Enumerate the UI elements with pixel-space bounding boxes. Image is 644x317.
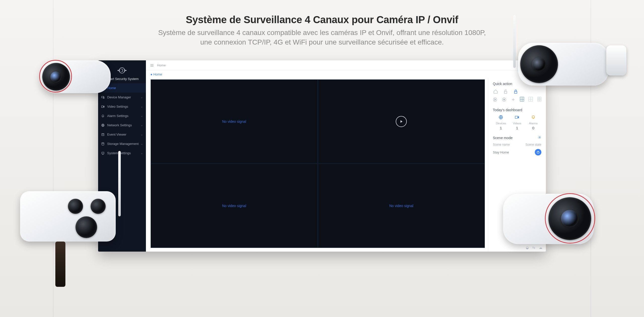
- sidebar-item-label: Network Settings: [107, 123, 132, 127]
- devices-stat-icon: [493, 115, 509, 121]
- record-circle-icon[interactable]: [502, 97, 506, 102]
- sidebar-item-home[interactable]: Home: [98, 83, 146, 93]
- no-signal-label: No video signal: [222, 204, 246, 208]
- storage-icon: [101, 142, 105, 146]
- expand-icon[interactable]: [538, 63, 542, 68]
- video-cell-3[interactable]: No video signal: [151, 164, 318, 248]
- dashboard-card-label: Devices: [493, 122, 509, 125]
- room-wall-line-right: [590, 0, 591, 317]
- quick-action-title: Quick action: [493, 82, 541, 86]
- breadcrumb-home[interactable]: Home: [153, 72, 162, 76]
- dashboard-title: Today's dashboard: [493, 108, 541, 112]
- dashboard-card-value: 1: [509, 126, 525, 130]
- video-cell-1[interactable]: No video signal: [151, 80, 318, 164]
- brand-block: Smart Security System: [98, 60, 146, 83]
- sidebar-item-label: Home: [107, 86, 116, 90]
- video-cell-2[interactable]: [318, 80, 485, 164]
- quick-action-row-1: [493, 89, 541, 94]
- brand-name: Smart Security System: [100, 77, 144, 81]
- app-window: Smart Security System Home Device Manage…: [98, 60, 546, 252]
- subtitle-line-2: une connexion TCP/IP, 4G et WiFi pour un…: [200, 38, 444, 46]
- sidebar-item-storage-management[interactable]: Storage Management ⌄: [98, 139, 146, 148]
- alarm-icon: [101, 114, 105, 118]
- scene-col-state: Scene state: [526, 143, 541, 146]
- disk-icon[interactable]: ◒: [526, 246, 529, 250]
- link-icon[interactable]: ⇆: [532, 246, 535, 250]
- video-cell-4[interactable]: No video signal: [318, 164, 485, 248]
- quick-action-row-2: [493, 97, 541, 102]
- scene-section: Scene mode Scene name Scene state Stay H…: [493, 136, 541, 155]
- scene-title: Scene mode: [493, 136, 541, 140]
- gear-icon[interactable]: [538, 136, 541, 140]
- video-icon: [101, 105, 105, 108]
- video-grid: No video signal No video signal No video…: [150, 79, 485, 248]
- scene-col-name: Scene name: [493, 143, 526, 146]
- svg-point-12: [503, 99, 505, 100]
- dashboard-card-value: 1: [493, 126, 509, 130]
- svg-rect-5: [102, 133, 104, 136]
- breadcrumb-bullet: ●: [150, 72, 152, 76]
- dashboard-card-label: Videos: [509, 122, 525, 125]
- event-icon: [101, 133, 105, 136]
- dashboard-card-label: Alarms: [525, 122, 541, 125]
- lock-closed-icon[interactable]: [513, 89, 518, 94]
- sidebar-item-label: Storage Management: [107, 142, 139, 146]
- layout-4-icon[interactable]: [520, 97, 524, 101]
- breadcrumb: ● Home: [146, 70, 546, 78]
- sidebar-item-video-settings[interactable]: Video Settings ⌄: [98, 102, 146, 111]
- chevron-down-icon: ⌄: [141, 124, 143, 127]
- lock-open-icon[interactable]: [503, 89, 508, 94]
- sidebar-item-device-manager[interactable]: Device Manager ⌄: [98, 93, 146, 102]
- sidebar-item-event-viewer[interactable]: Event Viewer ⌄: [98, 130, 146, 139]
- layout-9-icon[interactable]: [537, 97, 541, 101]
- svg-point-0: [119, 68, 125, 73]
- devices-icon: [101, 96, 105, 99]
- scene-name: Stay Home: [493, 150, 535, 154]
- chevron-down-icon: ⌄: [141, 114, 143, 117]
- scene-header-row: Scene name Scene state: [493, 143, 541, 146]
- dashboard-card-videos[interactable]: Videos 1: [509, 115, 525, 130]
- chevron-down-icon: ⌄: [141, 142, 143, 145]
- cloud-icon[interactable]: ☁: [539, 246, 542, 250]
- plus-icon[interactable]: [511, 97, 515, 102]
- sidebar-item-label: Event Viewer: [107, 133, 126, 136]
- sidebar-item-label: Device Manager: [107, 95, 131, 99]
- dashboard-card-alarms[interactable]: Alarms 0: [525, 115, 541, 130]
- scene-row-stay-home: Stay Home: [493, 149, 541, 155]
- videos-stat-icon: [509, 115, 525, 121]
- brand-logo-icon: [117, 65, 127, 75]
- dashboard-card-value: 0: [525, 126, 541, 130]
- system-icon: [101, 151, 105, 155]
- scene-title-text: Scene mode: [493, 136, 513, 140]
- sidebar-item-network-settings[interactable]: Network Settings ⌄: [98, 121, 146, 130]
- no-signal-label: No video signal: [222, 120, 246, 124]
- dashboard-card-devices[interactable]: Devices 1: [493, 115, 509, 130]
- network-icon: [101, 124, 105, 127]
- layout-6-icon[interactable]: [529, 97, 533, 101]
- page-subtitle: Système de surveillance 4 canaux compati…: [0, 28, 644, 47]
- chevron-down-icon: ⌄: [141, 105, 143, 108]
- hamburger-icon[interactable]: [150, 63, 154, 67]
- home-outline-icon[interactable]: [493, 89, 498, 94]
- chevron-down-icon: ⌄: [141, 133, 143, 136]
- room-wall-line-left: [53, 0, 54, 317]
- page-title: Système de Surveillance 4 Canaux pour Ca…: [0, 14, 644, 25]
- sidebar: Smart Security System Home Device Manage…: [98, 60, 146, 252]
- dashboard-cards: Devices 1 Videos 1: [493, 115, 541, 130]
- svg-point-6: [102, 142, 104, 143]
- play-circle-icon[interactable]: [493, 97, 497, 102]
- svg-point-15: [539, 137, 540, 138]
- svg-rect-8: [504, 91, 507, 93]
- svg-rect-2: [103, 97, 104, 98]
- topbar-crumb: Home: [157, 63, 166, 67]
- svg-rect-14: [515, 116, 518, 118]
- topbar: Home: [146, 60, 546, 70]
- sidebar-item-label: System Settings: [107, 151, 131, 155]
- sidebar-item-alarm-settings[interactable]: Alarm Settings ⌄: [98, 111, 146, 121]
- play-icon[interactable]: [396, 116, 407, 127]
- scene-toggle-button[interactable]: [535, 149, 541, 155]
- sidebar-item-system-settings[interactable]: System Settings ⌄: [98, 148, 146, 158]
- quick-action-section: Quick action: [493, 82, 541, 102]
- dashboard-section: Today's dashboard Devices 1: [493, 108, 541, 130]
- footer-icons: ◒ ⇆ ☁: [526, 246, 542, 250]
